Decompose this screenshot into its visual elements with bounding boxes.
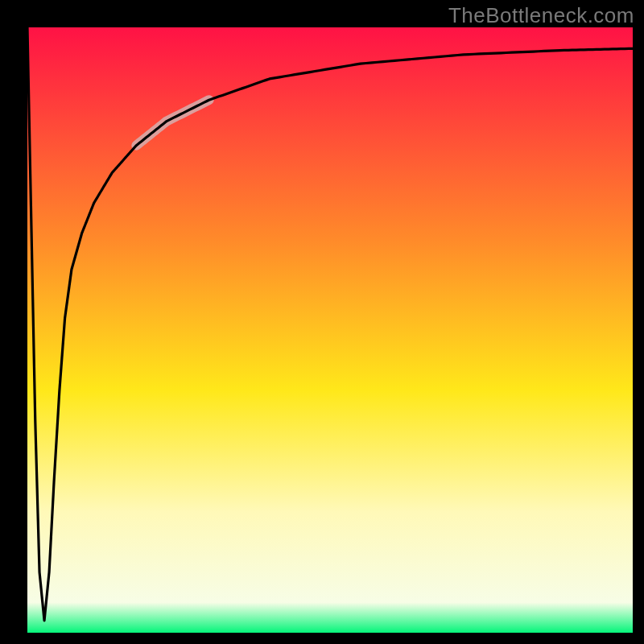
chart-stage: TheBottleneck.com	[0, 0, 644, 644]
watermark-text: TheBottleneck.com	[448, 3, 634, 28]
plot-background	[27, 27, 633, 633]
chart-svg	[0, 0, 644, 644]
